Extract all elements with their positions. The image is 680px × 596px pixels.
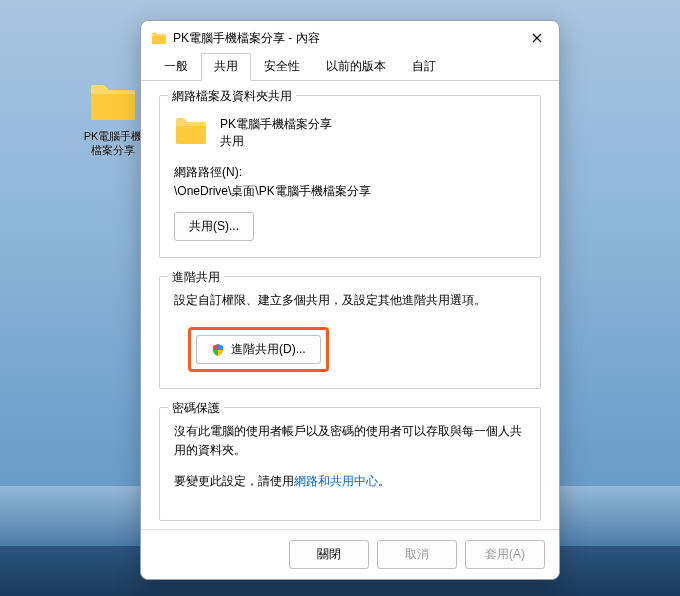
tutorial-highlight: 進階共用(D)... (188, 327, 329, 372)
password-protect-group: 密碼保護 沒有此電腦的使用者帳戶以及密碼的使用者可以存取與每一個人共用的資料夾。… (159, 407, 541, 521)
properties-dialog: PK電腦手機檔案分享 - 內容 一般 共用 安全性 以前的版本 自訂 網路檔案及… (140, 20, 560, 580)
close-icon (531, 32, 543, 44)
share-status: 共用 (220, 133, 332, 150)
tab-content: 網路檔案及資料夾共用 PK電腦手機檔案分享 共用 網路路徑(N): \OneDr… (141, 81, 559, 529)
cancel-button[interactable]: 取消 (377, 540, 457, 569)
desktop-icon-label: PK電腦手機 檔案分享 (78, 129, 148, 157)
close-button[interactable] (525, 26, 549, 50)
desktop-folder-shortcut[interactable]: PK電腦手機 檔案分享 (78, 80, 148, 157)
password-protect-description: 沒有此電腦的使用者帳戶以及密碼的使用者可以存取與每一個人共用的資料夾。 (174, 422, 526, 460)
advanced-share-button[interactable]: 進階共用(D)... (196, 335, 321, 364)
network-sharing-center-link[interactable]: 網路和共用中心 (294, 474, 378, 488)
share-button[interactable]: 共用(S)... (174, 212, 254, 241)
tab-sharing[interactable]: 共用 (201, 53, 251, 81)
shared-folder-name: PK電腦手機檔案分享 (220, 116, 332, 133)
folder-icon (174, 116, 208, 146)
tab-security[interactable]: 安全性 (251, 53, 313, 81)
network-path-label: 網路路徑(N): (174, 164, 526, 181)
tab-bar: 一般 共用 安全性 以前的版本 自訂 (141, 55, 559, 81)
title-bar: PK電腦手機檔案分享 - 內容 (141, 21, 559, 55)
network-share-group: 網路檔案及資料夾共用 PK電腦手機檔案分享 共用 網路路徑(N): \OneDr… (159, 95, 541, 258)
tab-general[interactable]: 一般 (151, 53, 201, 81)
folder-icon (89, 80, 137, 122)
network-path-value: \OneDrive\桌面\PK電腦手機檔案分享 (174, 183, 526, 200)
advanced-share-description: 設定自訂權限、建立多個共用，及設定其他進階共用選項。 (174, 291, 526, 309)
network-share-legend: 網路檔案及資料夾共用 (168, 88, 296, 105)
tab-customize[interactable]: 自訂 (399, 53, 449, 81)
password-protect-change: 要變更此設定，請使用網路和共用中心。 (174, 472, 526, 491)
folder-icon (151, 31, 167, 45)
dialog-button-row: 關閉 取消 套用(A) (141, 529, 559, 579)
apply-button[interactable]: 套用(A) (465, 540, 545, 569)
tab-previous-versions[interactable]: 以前的版本 (313, 53, 399, 81)
shield-icon (211, 343, 225, 357)
advanced-share-legend: 進階共用 (168, 269, 224, 286)
close-dialog-button[interactable]: 關閉 (289, 540, 369, 569)
window-title: PK電腦手機檔案分享 - 內容 (173, 30, 525, 47)
advanced-share-button-label: 進階共用(D)... (231, 341, 306, 358)
advanced-share-group: 進階共用 設定自訂權限、建立多個共用，及設定其他進階共用選項。 進階共用(D).… (159, 276, 541, 389)
password-protect-legend: 密碼保護 (168, 400, 224, 417)
